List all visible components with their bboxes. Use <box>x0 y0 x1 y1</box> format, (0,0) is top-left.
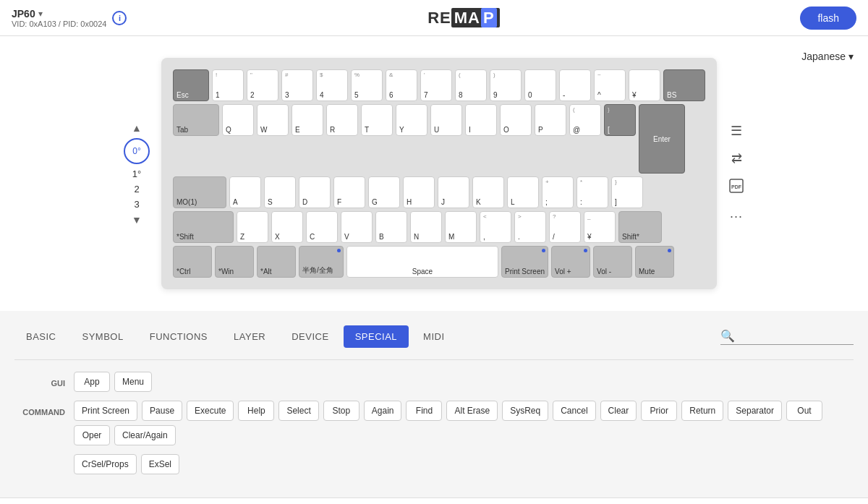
info-icon[interactable]: i <box>112 11 127 25</box>
key-8[interactable]: (8 <box>455 69 487 101</box>
tab-special[interactable]: SPECIAL <box>344 325 409 348</box>
tab-device[interactable]: DEVICE <box>280 325 340 348</box>
key-exsel[interactable]: ExSel <box>141 454 179 474</box>
key-select[interactable]: Select <box>278 401 318 421</box>
key-l[interactable]: L <box>507 176 539 208</box>
flash-button[interactable]: flash <box>800 7 856 30</box>
menu-lines-icon[interactable]: ☰ <box>731 123 742 139</box>
search-input[interactable] <box>738 330 854 341</box>
key-g[interactable]: G <box>368 176 400 208</box>
key-stop[interactable]: Stop <box>323 401 359 421</box>
key-pause[interactable]: Pause <box>142 401 182 421</box>
tab-symbol[interactable]: SYMBOL <box>71 325 135 348</box>
key-alt-erase[interactable]: Alt Erase <box>446 401 498 421</box>
key-6[interactable]: &6 <box>386 69 417 101</box>
key-u[interactable]: U <box>430 104 462 136</box>
key-prior[interactable]: Prior <box>641 401 677 421</box>
key-bracket-close[interactable]: }] <box>611 176 643 208</box>
key-print-screen-btn[interactable]: Print Screen <box>74 401 137 421</box>
key-h[interactable]: H <box>403 176 435 208</box>
key-5[interactable]: %5 <box>351 69 383 101</box>
key-alt[interactable]: *Alt <box>257 246 296 278</box>
key-3[interactable]: #3 <box>281 69 313 101</box>
key-vol-up[interactable]: Vol + <box>551 246 590 278</box>
key-execute[interactable]: Execute <box>187 401 234 421</box>
key-d[interactable]: D <box>299 176 331 208</box>
key-menu[interactable]: Menu <box>114 372 152 392</box>
key-x[interactable]: X <box>271 211 303 243</box>
key-ctrl[interactable]: *Ctrl <box>173 246 212 278</box>
key-at[interactable]: (@ <box>569 104 601 136</box>
key-again[interactable]: Again <box>364 401 402 421</box>
key-clear-again[interactable]: Clear/Again <box>114 425 176 445</box>
key-vol-down[interactable]: Vol - <box>593 246 632 278</box>
tab-functions[interactable]: FUNCTIONS <box>138 325 219 348</box>
key-caret[interactable]: ~^ <box>594 69 626 101</box>
key-out[interactable]: Out <box>786 401 822 421</box>
key-colon[interactable]: *: <box>576 176 608 208</box>
key-t[interactable]: T <box>361 104 393 136</box>
key-shift-left[interactable]: *Shift <box>173 211 234 243</box>
key-return[interactable]: Return <box>681 401 723 421</box>
more-options-icon[interactable]: ··· <box>730 209 743 224</box>
key-clear[interactable]: Clear <box>600 401 637 421</box>
layer-current[interactable]: 0° <box>124 138 150 164</box>
key-enter[interactable]: Enter <box>639 104 685 174</box>
key-yen[interactable]: ¥ <box>629 69 660 101</box>
device-dropdown-arrow[interactable]: ▾ <box>38 9 43 19</box>
key-cancel[interactable]: Cancel <box>553 401 595 421</box>
key-a[interactable]: A <box>229 176 261 208</box>
key-i[interactable]: I <box>465 104 497 136</box>
key-shift-right[interactable]: Shift* <box>618 211 662 243</box>
key-n[interactable]: N <box>410 211 442 243</box>
key-oper[interactable]: Oper <box>74 425 110 445</box>
key-m[interactable]: M <box>445 211 477 243</box>
key-esc[interactable]: Esc <box>173 69 209 101</box>
key-crsel[interactable]: CrSel/Props <box>74 454 137 474</box>
key-s[interactable]: S <box>264 176 296 208</box>
key-z[interactable]: Z <box>237 211 268 243</box>
key-win[interactable]: *Win <box>215 246 254 278</box>
key-0[interactable]: 0 <box>524 69 556 101</box>
language-selector[interactable]: Japanese ▾ <box>801 51 854 62</box>
key-v[interactable]: V <box>341 211 373 243</box>
key-j[interactable]: J <box>438 176 469 208</box>
key-b[interactable]: B <box>375 211 407 243</box>
key-print-screen[interactable]: Print Screen <box>501 246 548 278</box>
key-sysreq[interactable]: SysReq <box>502 401 548 421</box>
key-y[interactable]: Y <box>396 104 427 136</box>
layer-2[interactable]: 2 <box>134 184 139 195</box>
key-2[interactable]: "2 <box>247 69 278 101</box>
key-mo1[interactable]: MO(1) <box>173 176 226 208</box>
key-p[interactable]: P <box>535 104 566 136</box>
key-yen2[interactable]: _¥ <box>584 211 616 243</box>
key-find[interactable]: Find <box>406 401 442 421</box>
key-help[interactable]: Help <box>238 401 274 421</box>
key-9[interactable]: )9 <box>490 69 522 101</box>
key-minus[interactable]: - <box>559 69 591 101</box>
swap-icon[interactable]: ⇄ <box>731 150 742 166</box>
layer-1[interactable]: 1° <box>132 168 141 179</box>
key-o[interactable]: O <box>500 104 532 136</box>
key-slash[interactable]: ?/ <box>549 211 581 243</box>
key-w[interactable]: W <box>257 104 289 136</box>
key-r[interactable]: R <box>326 104 358 136</box>
tab-midi[interactable]: MIDI <box>412 325 456 348</box>
key-hankaku[interactable]: 半角/全角 <box>299 246 344 278</box>
key-bracket-open[interactable]: }[ <box>604 104 636 136</box>
key-app[interactable]: App <box>74 372 110 392</box>
key-f[interactable]: F <box>333 176 365 208</box>
layer-up-button[interactable]: ▲ <box>132 122 142 134</box>
layer-3[interactable]: 3 <box>134 199 139 210</box>
tab-layer[interactable]: LAYER <box>222 325 277 348</box>
pdf-icon[interactable]: PDF <box>728 178 744 197</box>
key-separator[interactable]: Separator <box>728 401 782 421</box>
key-4[interactable]: $4 <box>316 69 348 101</box>
layer-down-button[interactable]: ▼ <box>132 214 142 226</box>
key-mute[interactable]: Mute <box>635 246 674 278</box>
tab-basic[interactable]: BASIC <box>14 325 68 348</box>
key-period[interactable]: >. <box>514 211 546 243</box>
key-q[interactable]: Q <box>222 104 254 136</box>
key-comma[interactable]: <, <box>480 211 511 243</box>
key-k[interactable]: K <box>472 176 504 208</box>
